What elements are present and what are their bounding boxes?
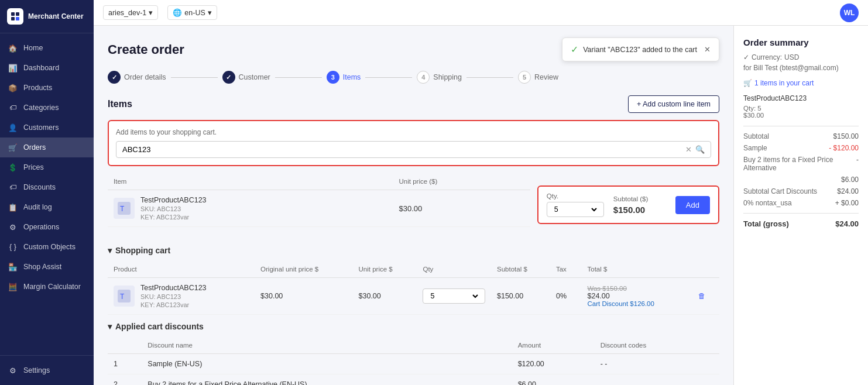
sidebar-item-shop-assist[interactable]: 🏪 Shop Assist bbox=[0, 257, 94, 277]
svg-rect-2 bbox=[11, 17, 15, 20]
sidebar-item-audit-log[interactable]: 📋 Audit log bbox=[0, 197, 94, 217]
items-table-wrapper: Item Unit price ($) T bbox=[108, 173, 719, 236]
stepper: ✓ Order details ✓ Customer 3 Items 4 Shi… bbox=[108, 71, 719, 84]
table-row: T TestProductABC123 SKU: ABC123 KEY: ABC… bbox=[108, 190, 530, 227]
discount-codes-2 bbox=[595, 374, 719, 386]
main-layout: Create order ✓ Variant "ABC123" added to… bbox=[94, 26, 868, 385]
sidebar-item-label: Audit log bbox=[23, 203, 52, 211]
sidebar-item-label: Products bbox=[23, 84, 52, 92]
cart-title: Shopping cart bbox=[115, 246, 170, 255]
sidebar-item-label: Margin Calculator bbox=[23, 283, 81, 291]
summary-divider-2 bbox=[743, 213, 859, 214]
delete-row-icon[interactable]: 🗑 bbox=[698, 292, 706, 300]
cart-table-row: T TestProductABC123 SKU: ABC123 KEY: ABC… bbox=[108, 278, 719, 315]
summary-row-tax: 0% nontax_usa + $0.00 bbox=[743, 199, 859, 207]
toast-notification: ✓ Variant "ABC123" added to the cart ✕ bbox=[562, 37, 719, 61]
cart-col-tax: Tax bbox=[550, 261, 582, 278]
sidebar-item-settings[interactable]: ⚙ Settings bbox=[0, 360, 94, 380]
sidebar-logo-text: Merchant Center bbox=[28, 12, 84, 20]
sidebar-item-label: Shop Assist bbox=[23, 263, 61, 271]
add-custom-line-item-button[interactable]: + Add custom line item bbox=[628, 95, 719, 113]
check-icon: ✓ bbox=[743, 53, 749, 61]
cart-total-cell: Was $150.00 $24.00 Cart Discount $126.00 bbox=[581, 278, 692, 315]
cart-col-subtotal: Subtotal $ bbox=[491, 261, 550, 278]
fixed-price-row-label: Buy 2 items for a Fixed Price Alternativ… bbox=[743, 156, 856, 172]
sidebar-item-discounts[interactable]: 🏷 Discounts bbox=[0, 177, 94, 197]
topbar: aries_dev-1 ▾ 🌐 en-US ▾ WL bbox=[94, 0, 868, 26]
store-selector[interactable]: aries_dev-1 ▾ bbox=[103, 5, 158, 20]
locale-chevron-icon: ▾ bbox=[208, 8, 212, 17]
discounts-table: Discount name Amount Discount codes 1 Sa… bbox=[108, 337, 719, 385]
sidebar-item-label: Operations bbox=[23, 223, 59, 231]
store-chevron-icon: ▾ bbox=[149, 8, 153, 17]
sidebar-item-custom-objects[interactable]: { } Custom Objects bbox=[0, 237, 94, 257]
sidebar-item-dashboard[interactable]: 📊 Dashboard bbox=[0, 58, 94, 78]
discount-row-1: 1 Sample (EN-US) $120.00 - - bbox=[108, 354, 719, 374]
search-clear-icon[interactable]: ✕ bbox=[685, 145, 692, 154]
add-to-cart-button[interactable]: Add bbox=[675, 196, 710, 214]
locale-selector[interactable]: 🌐 en-US ▾ bbox=[167, 5, 217, 20]
cart-col-total: Total $ bbox=[581, 261, 692, 278]
cart-product-key: KEY: ABC123var bbox=[140, 301, 207, 308]
toast-close-button[interactable]: ✕ bbox=[704, 45, 711, 54]
sidebar-bottom: ⚙ Settings bbox=[0, 355, 94, 385]
sidebar-item-label: Home bbox=[23, 44, 43, 52]
svg-rect-1 bbox=[16, 12, 19, 16]
sidebar-item-orders[interactable]: 🛒 Orders bbox=[0, 138, 94, 157]
unit-price-cell: $30.00 bbox=[393, 190, 530, 227]
discount-col-num bbox=[108, 337, 142, 354]
shop-assist-icon: 🏪 bbox=[8, 262, 18, 271]
cart-qty-select[interactable]: 5 1 2 3 4 10 bbox=[428, 291, 480, 301]
subtotal-value: $150.00 bbox=[613, 205, 666, 215]
page-header: Create order ✓ Variant "ABC123" added to… bbox=[108, 37, 719, 61]
cart-col-product: Product bbox=[108, 261, 255, 278]
sidebar-item-label: Orders bbox=[23, 143, 46, 152]
orders-icon: 🛒 bbox=[8, 143, 18, 152]
sidebar-item-label: Categories bbox=[23, 104, 59, 112]
discount-name-1: Sample (EN-US) bbox=[142, 354, 512, 374]
summary-currency: ✓ Currency: USD bbox=[743, 53, 859, 61]
sidebar: Merchant Center 🏠 Home 📊 Dashboard 📦 Pro… bbox=[0, 0, 94, 385]
qty-select[interactable]: 5 1 2 3 4 10 bbox=[552, 205, 599, 214]
sidebar-item-prices[interactable]: 💲 Prices bbox=[0, 157, 94, 177]
settings-icon: ⚙ bbox=[8, 366, 18, 375]
sidebar-item-products[interactable]: 📦 Products bbox=[0, 78, 94, 98]
summary-product-meta: Qty: 5 $30.00 bbox=[743, 105, 859, 119]
product-sku: SKU: ABC123 bbox=[140, 205, 207, 212]
product-details: TestProductABC123 SKU: ABC123 KEY: ABC12… bbox=[140, 196, 207, 221]
step-label-1: Order details bbox=[124, 73, 166, 81]
summary-row-cart-discounts: Subtotal Cart Discounts $24.00 bbox=[743, 187, 859, 195]
sidebar-item-categories[interactable]: 🏷 Categories bbox=[0, 98, 94, 118]
categories-icon: 🏷 bbox=[8, 103, 18, 112]
subtotal-group: Subtotal ($) $150.00 bbox=[613, 195, 666, 215]
summary-for: for Bill Test (btest@gmail.com) bbox=[743, 64, 859, 72]
fixed-price-row-value: - bbox=[856, 156, 859, 172]
search-input[interactable] bbox=[122, 145, 685, 154]
customers-icon: 👤 bbox=[8, 123, 18, 132]
discount-col-amount: Amount bbox=[512, 337, 595, 354]
cart-delete-cell: 🗑 bbox=[692, 278, 719, 315]
prices-icon: 💲 bbox=[8, 163, 18, 172]
audit-icon: 📋 bbox=[8, 202, 18, 212]
cart-col-qty: Qty bbox=[417, 261, 491, 278]
avatar[interactable]: WL bbox=[840, 4, 859, 22]
sidebar-item-operations[interactable]: ⚙ Operations bbox=[0, 217, 94, 237]
step-customer: ✓ Customer bbox=[222, 71, 270, 84]
sidebar-item-customers[interactable]: 👤 Customers bbox=[0, 118, 94, 138]
main-content: Create order ✓ Variant "ABC123" added to… bbox=[94, 26, 733, 385]
qty-select-wrap[interactable]: 5 1 2 3 4 10 bbox=[547, 202, 604, 217]
step-label-2: Customer bbox=[239, 73, 270, 81]
discounts-header[interactable]: ▾ Applied cart discounts bbox=[108, 322, 719, 331]
cart-qty-select-wrap[interactable]: 5 1 2 3 4 10 bbox=[423, 288, 485, 304]
applied-discounts-section: ▾ Applied cart discounts Discount name A… bbox=[108, 322, 719, 385]
summary-cart-label: 🛒 1 items in your cart bbox=[743, 79, 859, 87]
step-circle-4: 4 bbox=[417, 71, 430, 84]
sidebar-item-home[interactable]: 🏠 Home bbox=[0, 38, 94, 58]
product-cell: T TestProductABC123 SKU: ABC123 KEY: ABC… bbox=[108, 190, 393, 227]
sidebar-item-margin-calculator[interactable]: 🧮 Margin Calculator bbox=[0, 277, 94, 297]
cart-tax-cell: 0% bbox=[550, 278, 582, 315]
cart-header[interactable]: ▾ Shopping cart bbox=[108, 246, 719, 255]
margin-calc-icon: 🧮 bbox=[8, 282, 18, 291]
step-circle-3: 3 bbox=[327, 71, 339, 84]
sample-row-value: - $120.00 bbox=[829, 144, 859, 152]
